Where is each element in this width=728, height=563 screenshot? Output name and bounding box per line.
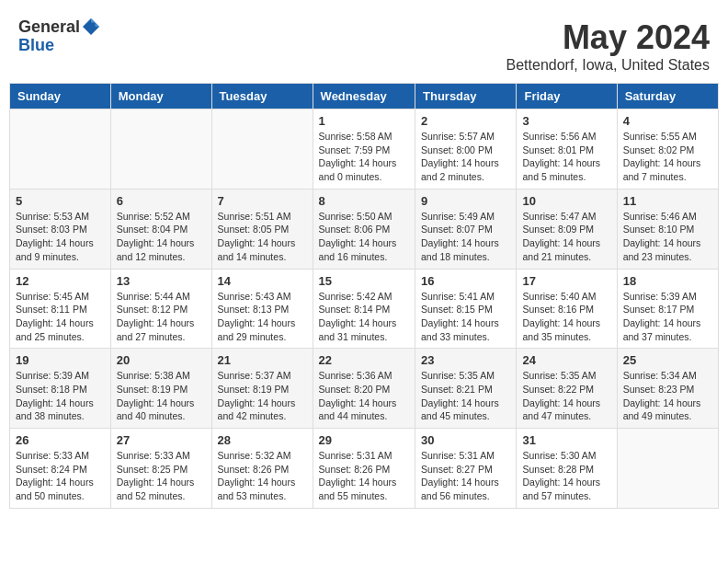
calendar-cell: 2Sunrise: 5:57 AM Sunset: 8:00 PM Daylig…: [415, 109, 517, 190]
day-info: Sunrise: 5:39 AM Sunset: 8:18 PM Dayligh…: [16, 369, 105, 423]
calendar-week-3: 12Sunrise: 5:45 AM Sunset: 8:11 PM Dayli…: [10, 269, 719, 349]
day-number: 2: [421, 114, 510, 128]
calendar-cell: 25Sunrise: 5:34 AM Sunset: 8:23 PM Dayli…: [617, 349, 718, 429]
day-number: 16: [421, 274, 510, 288]
page-header: General Blue May 2024 Bettendorf, Iowa, …: [9, 9, 719, 78]
day-number: 7: [218, 194, 307, 208]
calendar-cell: 26Sunrise: 5:33 AM Sunset: 8:24 PM Dayli…: [10, 429, 111, 509]
day-info: Sunrise: 5:36 AM Sunset: 8:20 PM Dayligh…: [319, 369, 409, 423]
day-number: 8: [319, 194, 409, 208]
calendar-cell: [617, 429, 718, 509]
calendar-cell: [110, 109, 211, 190]
calendar-cell: 15Sunrise: 5:42 AM Sunset: 8:14 PM Dayli…: [313, 269, 415, 349]
day-info: Sunrise: 5:38 AM Sunset: 8:19 PM Dayligh…: [117, 369, 206, 423]
calendar-cell: 8Sunrise: 5:50 AM Sunset: 8:06 PM Daylig…: [313, 189, 415, 269]
day-number: 21: [218, 353, 307, 367]
calendar-cell: 14Sunrise: 5:43 AM Sunset: 8:13 PM Dayli…: [211, 269, 313, 349]
calendar-table: SundayMondayTuesdayWednesdayThursdayFrid…: [9, 83, 719, 509]
weekday-header-monday: Monday: [110, 84, 211, 109]
day-number: 5: [16, 194, 105, 208]
calendar-cell: 17Sunrise: 5:40 AM Sunset: 8:16 PM Dayli…: [517, 269, 617, 349]
calendar-cell: 6Sunrise: 5:52 AM Sunset: 8:04 PM Daylig…: [110, 189, 211, 269]
weekday-header-thursday: Thursday: [415, 84, 517, 109]
calendar-cell: 11Sunrise: 5:46 AM Sunset: 8:10 PM Dayli…: [617, 189, 718, 269]
day-info: Sunrise: 5:30 AM Sunset: 8:28 PM Dayligh…: [522, 449, 610, 503]
calendar-cell: 20Sunrise: 5:38 AM Sunset: 8:19 PM Dayli…: [110, 349, 211, 429]
day-number: 19: [16, 353, 105, 367]
day-info: Sunrise: 5:56 AM Sunset: 8:01 PM Dayligh…: [522, 130, 610, 184]
day-number: 15: [319, 274, 409, 288]
calendar-week-1: 1Sunrise: 5:58 AM Sunset: 7:59 PM Daylig…: [10, 109, 719, 190]
calendar-week-5: 26Sunrise: 5:33 AM Sunset: 8:24 PM Dayli…: [10, 429, 719, 509]
calendar-cell: 29Sunrise: 5:31 AM Sunset: 8:26 PM Dayli…: [313, 429, 415, 509]
calendar-cell: 4Sunrise: 5:55 AM Sunset: 8:02 PM Daylig…: [617, 109, 718, 190]
day-number: 22: [319, 353, 409, 367]
day-info: Sunrise: 5:50 AM Sunset: 8:06 PM Dayligh…: [319, 210, 409, 264]
calendar-cell: 9Sunrise: 5:49 AM Sunset: 8:07 PM Daylig…: [415, 189, 517, 269]
day-number: 6: [117, 194, 206, 208]
day-number: 10: [522, 194, 610, 208]
weekday-header-friday: Friday: [517, 84, 617, 109]
calendar-cell: 23Sunrise: 5:35 AM Sunset: 8:21 PM Dayli…: [415, 349, 517, 429]
calendar-cell: [10, 109, 111, 190]
calendar-cell: 10Sunrise: 5:47 AM Sunset: 8:09 PM Dayli…: [517, 189, 617, 269]
day-info: Sunrise: 5:47 AM Sunset: 8:09 PM Dayligh…: [522, 210, 610, 264]
calendar-cell: [211, 109, 313, 190]
day-info: Sunrise: 5:33 AM Sunset: 8:24 PM Dayligh…: [16, 449, 105, 503]
calendar-cell: 30Sunrise: 5:31 AM Sunset: 8:27 PM Dayli…: [415, 429, 517, 509]
day-info: Sunrise: 5:57 AM Sunset: 8:00 PM Dayligh…: [421, 130, 510, 184]
logo-icon: [83, 18, 99, 35]
calendar-cell: 3Sunrise: 5:56 AM Sunset: 8:01 PM Daylig…: [517, 109, 617, 190]
day-info: Sunrise: 5:31 AM Sunset: 8:26 PM Dayligh…: [319, 449, 409, 503]
calendar-cell: 22Sunrise: 5:36 AM Sunset: 8:20 PM Dayli…: [313, 349, 415, 429]
location-title: Bettendorf, Iowa, United States: [506, 57, 710, 74]
day-number: 11: [623, 194, 712, 208]
day-info: Sunrise: 5:45 AM Sunset: 8:11 PM Dayligh…: [16, 290, 105, 344]
day-number: 31: [522, 433, 610, 447]
day-number: 20: [117, 353, 206, 367]
weekday-header-tuesday: Tuesday: [211, 84, 313, 109]
day-number: 26: [16, 433, 105, 447]
day-number: 28: [218, 433, 307, 447]
day-number: 24: [522, 353, 610, 367]
calendar-cell: 12Sunrise: 5:45 AM Sunset: 8:11 PM Dayli…: [10, 269, 111, 349]
calendar-cell: 27Sunrise: 5:33 AM Sunset: 8:25 PM Dayli…: [110, 429, 211, 509]
weekday-header-wednesday: Wednesday: [313, 84, 415, 109]
logo-general: General: [18, 18, 80, 37]
day-info: Sunrise: 5:34 AM Sunset: 8:23 PM Dayligh…: [623, 369, 712, 423]
day-info: Sunrise: 5:53 AM Sunset: 8:03 PM Dayligh…: [16, 210, 105, 264]
day-info: Sunrise: 5:51 AM Sunset: 8:05 PM Dayligh…: [218, 210, 307, 264]
day-info: Sunrise: 5:55 AM Sunset: 8:02 PM Dayligh…: [623, 130, 712, 184]
day-number: 14: [218, 274, 307, 288]
calendar-cell: 16Sunrise: 5:41 AM Sunset: 8:15 PM Dayli…: [415, 269, 517, 349]
calendar-cell: 13Sunrise: 5:44 AM Sunset: 8:12 PM Dayli…: [110, 269, 211, 349]
day-info: Sunrise: 5:43 AM Sunset: 8:13 PM Dayligh…: [218, 290, 307, 344]
day-number: 4: [623, 114, 712, 128]
day-number: 25: [623, 353, 712, 367]
day-info: Sunrise: 5:39 AM Sunset: 8:17 PM Dayligh…: [623, 290, 712, 344]
day-number: 13: [117, 274, 206, 288]
day-number: 1: [319, 114, 409, 128]
calendar-cell: 19Sunrise: 5:39 AM Sunset: 8:18 PM Dayli…: [10, 349, 111, 429]
calendar-cell: 21Sunrise: 5:37 AM Sunset: 8:19 PM Dayli…: [211, 349, 313, 429]
calendar-week-2: 5Sunrise: 5:53 AM Sunset: 8:03 PM Daylig…: [10, 189, 719, 269]
calendar-cell: 28Sunrise: 5:32 AM Sunset: 8:26 PM Dayli…: [211, 429, 313, 509]
day-info: Sunrise: 5:42 AM Sunset: 8:14 PM Dayligh…: [319, 290, 409, 344]
day-number: 12: [16, 274, 105, 288]
calendar-cell: 31Sunrise: 5:30 AM Sunset: 8:28 PM Dayli…: [517, 429, 617, 509]
day-info: Sunrise: 5:35 AM Sunset: 8:21 PM Dayligh…: [421, 369, 510, 423]
day-info: Sunrise: 5:49 AM Sunset: 8:07 PM Dayligh…: [421, 210, 510, 264]
month-title: May 2024: [506, 18, 710, 57]
day-info: Sunrise: 5:41 AM Sunset: 8:15 PM Dayligh…: [421, 290, 510, 344]
day-info: Sunrise: 5:58 AM Sunset: 7:59 PM Dayligh…: [319, 130, 409, 184]
day-number: 3: [522, 114, 610, 128]
day-info: Sunrise: 5:40 AM Sunset: 8:16 PM Dayligh…: [522, 290, 610, 344]
weekday-header-row: SundayMondayTuesdayWednesdayThursdayFrid…: [10, 84, 719, 109]
calendar-cell: 7Sunrise: 5:51 AM Sunset: 8:05 PM Daylig…: [211, 189, 313, 269]
day-info: Sunrise: 5:44 AM Sunset: 8:12 PM Dayligh…: [117, 290, 206, 344]
day-info: Sunrise: 5:46 AM Sunset: 8:10 PM Dayligh…: [623, 210, 712, 264]
logo: General Blue: [18, 18, 99, 55]
day-info: Sunrise: 5:32 AM Sunset: 8:26 PM Dayligh…: [218, 449, 307, 503]
logo-blue: Blue: [18, 37, 99, 55]
day-info: Sunrise: 5:33 AM Sunset: 8:25 PM Dayligh…: [117, 449, 206, 503]
